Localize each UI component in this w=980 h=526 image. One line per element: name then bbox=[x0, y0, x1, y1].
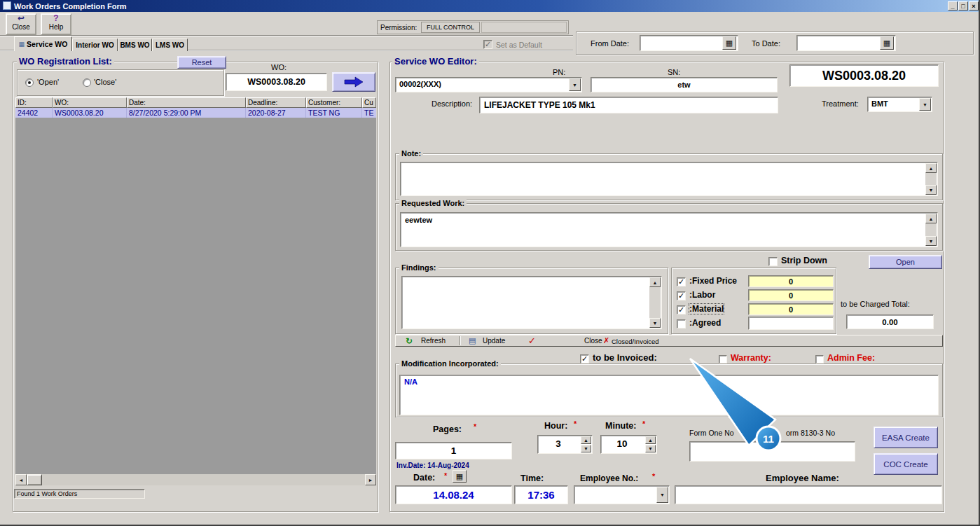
window-title: Work Orders Completion Form bbox=[14, 2, 127, 11]
pages-field[interactable]: 1 bbox=[395, 442, 512, 459]
warranty-checkbox[interactable] bbox=[719, 355, 727, 364]
tab-bms-wo[interactable]: BMS WO bbox=[118, 39, 152, 51]
employee-name-field[interactable] bbox=[675, 485, 942, 504]
permission-label: Permission: bbox=[380, 24, 417, 32]
tab-service-wo[interactable]: ▦ Service WO bbox=[14, 36, 72, 51]
scroll-left-button[interactable]: ◄ bbox=[15, 474, 27, 485]
admin-fee-checkbox[interactable] bbox=[815, 355, 824, 364]
minute-spin-down[interactable]: ▼ bbox=[645, 445, 656, 452]
update-button[interactable]: Update bbox=[483, 337, 505, 345]
tab-interior-wo[interactable]: Interior WO bbox=[72, 39, 118, 51]
findings-scroll-up-icon: ▲ bbox=[653, 280, 658, 285]
employee-no-combo[interactable]: ▼ bbox=[574, 485, 670, 504]
note-scroll-up[interactable]: ▲ bbox=[925, 163, 937, 173]
findings-scroll-up[interactable]: ▲ bbox=[649, 277, 661, 287]
pn-dropdown-button[interactable]: ▼ bbox=[569, 78, 581, 91]
wo-grid[interactable]: ID: WO: Date: Deadline: Customer: Cu 244… bbox=[15, 97, 376, 474]
from-date-label: From Date: bbox=[591, 39, 629, 48]
hour-spin-down[interactable]: ▼ bbox=[581, 445, 591, 452]
fixed-price-checkbox[interactable]: ✓ bbox=[677, 277, 686, 286]
note-textarea[interactable]: ▲ ▼ bbox=[400, 162, 938, 196]
hour-spinner[interactable]: 3 ▲ ▼ bbox=[537, 435, 593, 454]
close-button-label: Close bbox=[6, 23, 36, 31]
date-calendar-button[interactable]: ▦ bbox=[453, 470, 467, 483]
col-id[interactable]: ID: bbox=[15, 97, 53, 108]
refresh-button[interactable]: Refresh bbox=[421, 337, 446, 345]
employee-no-dropdown-button[interactable]: ▼ bbox=[656, 487, 668, 503]
fixed-price-field[interactable]: 0 bbox=[748, 275, 834, 287]
permission-value: FULL CONTROL bbox=[421, 22, 480, 33]
requested-scroll-up[interactable]: ▲ bbox=[925, 214, 937, 223]
findings-scrollbar[interactable]: ▲ ▼ bbox=[649, 277, 661, 328]
open-radio[interactable] bbox=[25, 78, 34, 87]
hscroll-thumb[interactable] bbox=[27, 474, 42, 485]
description-field[interactable]: LIFEJACKET TYPE 105 Mk1 bbox=[479, 97, 778, 113]
to-calendar-icon: ▦ bbox=[883, 39, 890, 48]
to-be-invoiced-checkbox[interactable]: ✓ bbox=[580, 354, 589, 364]
close-radio[interactable] bbox=[83, 78, 91, 87]
to-date-calendar-button[interactable]: ▦ bbox=[880, 36, 894, 50]
minimize-button[interactable]: _ bbox=[948, 1, 958, 11]
help-button[interactable]: ? Help bbox=[41, 13, 71, 35]
go-arrow-button[interactable] bbox=[332, 72, 375, 92]
material-field[interactable]: 0 bbox=[748, 303, 834, 315]
wo-search-input[interactable]: WS0003.08.20 bbox=[226, 73, 327, 91]
labor-field[interactable]: 0 bbox=[748, 289, 834, 301]
toolbar-separator-1 bbox=[460, 336, 461, 345]
treatment-combo[interactable]: BMT ▼ bbox=[867, 97, 932, 112]
col-customer[interactable]: Customer: bbox=[306, 97, 362, 108]
labor-checkbox[interactable]: ✓ bbox=[677, 291, 686, 300]
col-wo[interactable]: WO: bbox=[53, 97, 127, 108]
requested-scroll-down[interactable]: ▼ bbox=[925, 236, 937, 246]
col-date[interactable]: Date: bbox=[127, 97, 246, 108]
requested-work-textarea[interactable]: eewtew ▲ ▼ bbox=[400, 212, 938, 247]
pn-dropdown-icon: ▼ bbox=[572, 83, 577, 88]
to-date-label: To Date: bbox=[752, 39, 780, 48]
pages-required: * bbox=[474, 422, 476, 431]
col-deadline[interactable]: Deadline: bbox=[246, 97, 306, 108]
findings-textarea[interactable]: ▲ ▼ bbox=[401, 276, 662, 329]
labor-check-icon: ✓ bbox=[678, 291, 684, 300]
employee-name-label: Employee Name: bbox=[766, 473, 839, 483]
agreed-checkbox[interactable] bbox=[677, 319, 686, 328]
hour-spin-up[interactable]: ▲ bbox=[581, 436, 591, 444]
treatment-dropdown-button[interactable]: ▼ bbox=[919, 98, 931, 111]
note-scroll-down[interactable]: ▼ bbox=[925, 185, 937, 195]
form-no-field[interactable] bbox=[689, 441, 855, 462]
tab-lms-wo[interactable]: LMS WO bbox=[152, 39, 188, 51]
coc-create-button[interactable]: COC Create bbox=[874, 453, 938, 475]
agreed-label: :Agreed bbox=[689, 318, 721, 328]
maximize-button[interactable]: □ bbox=[958, 1, 968, 11]
close-wo-button[interactable]: Close bbox=[584, 337, 602, 345]
set-as-default-checkbox[interactable]: ✓ bbox=[483, 40, 492, 49]
material-label: :Material bbox=[689, 304, 724, 314]
note-scrollbar[interactable]: ▲ ▼ bbox=[925, 163, 937, 195]
requested-scrollbar[interactable]: ▲ ▼ bbox=[925, 214, 937, 246]
minute-spin-up[interactable]: ▲ bbox=[645, 436, 656, 444]
time-field[interactable]: 17:36 bbox=[514, 485, 568, 504]
easa-create-button[interactable]: EASA Create bbox=[874, 427, 938, 448]
strip-down-checkbox[interactable] bbox=[768, 257, 778, 266]
pn-combo[interactable]: 00002(XXX) ▼ bbox=[395, 77, 582, 92]
status-text: Found 1 Work Orders bbox=[17, 490, 77, 497]
wo-search-label: WO: bbox=[271, 63, 287, 71]
material-checkbox[interactable]: ✓ bbox=[677, 305, 686, 314]
requested-scroll-down-icon: ▼ bbox=[929, 239, 934, 244]
from-date-calendar-button[interactable]: ▦ bbox=[722, 36, 736, 50]
sn-field[interactable]: etw bbox=[591, 77, 778, 92]
wo-grid-hscrollbar[interactable]: ◄ ► bbox=[15, 474, 376, 485]
date-field[interactable]: 14.08.24 bbox=[395, 485, 512, 504]
agreed-field[interactable] bbox=[748, 317, 834, 330]
scroll-right-button[interactable]: ► bbox=[365, 474, 376, 485]
wo-grid-selected-row[interactable]: 24402 WS0003.08.20 8/27/2020 5:29:00 PM … bbox=[15, 108, 376, 118]
modification-textarea[interactable]: N/A bbox=[399, 375, 939, 415]
reset-button[interactable]: Reset bbox=[177, 56, 226, 69]
col-cu[interactable]: Cu bbox=[362, 97, 376, 108]
minute-spinner[interactable]: 10 ▲ ▼ bbox=[600, 435, 657, 454]
open-button[interactable]: Open bbox=[869, 255, 942, 269]
close-button[interactable]: ↩ Close bbox=[6, 13, 36, 35]
closed-invoiced-button[interactable]: Closed/Invoiced bbox=[612, 338, 659, 345]
close-window-button[interactable]: × bbox=[969, 1, 979, 11]
findings-scroll-down[interactable]: ▼ bbox=[649, 318, 661, 328]
sn-label: SN: bbox=[668, 68, 680, 76]
